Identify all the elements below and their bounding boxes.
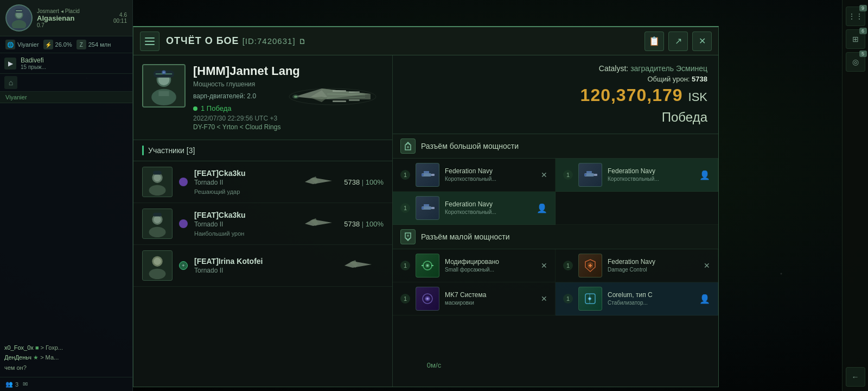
svg-rect-11	[159, 91, 169, 97]
left-sidebar: Josmaert ◂ Placid Algasienan 0.7 4.6 00:…	[0, 0, 133, 391]
module-sub: Короткоствольный...	[445, 209, 531, 216]
participant-ship: Tornado II	[194, 220, 293, 228]
close-button[interactable]: ✕	[692, 31, 712, 51]
back-button[interactable]: ←	[846, 367, 865, 387]
module-sub: Damage Control	[608, 266, 698, 273]
module-person-action[interactable]: 👤	[699, 294, 710, 304]
module-name: Federation Navy	[445, 167, 535, 176]
participant-role: Наибольший урон	[194, 230, 293, 237]
main-dialog: ОТЧЁТ О БОЕ [ID:7420631] 🗋 📋 ↗ ✕	[133, 26, 719, 387]
list-item[interactable]: + [FEAT]Irina Kotofei Tornado II	[133, 245, 392, 287]
low-slot-icon	[400, 229, 416, 244]
chat-text: > Ма...	[40, 354, 59, 361]
module-close-action[interactable]: ✕	[704, 261, 710, 270]
list-item[interactable]: [FEAT]Cka3ku Tornado II Наибольший урон …	[133, 203, 392, 245]
svg-rect-40	[424, 171, 429, 173]
participant-avatar	[142, 250, 173, 281]
svg-point-45	[584, 174, 586, 176]
module-item[interactable]: 1 Corelum, тип C Стабилизатор...	[556, 282, 718, 316]
module-person-action[interactable]: 👤	[537, 203, 547, 213]
chat-message: ДенДеньч ★ > Ма...	[4, 354, 128, 362]
module-close-action[interactable]: ✕	[541, 261, 547, 270]
copy-button[interactable]: 📋	[644, 31, 664, 51]
svg-rect-27	[153, 171, 161, 175]
chat-area: Viyanier x0_Fox_0x ■ > Гохр... ДенДеньч …	[0, 92, 132, 377]
module-person-action[interactable]: 👤	[699, 170, 710, 180]
character-section: [HMM]Jannet Lang Мощность глушения варп-…	[133, 55, 392, 140]
module-icon	[416, 163, 439, 187]
module-sub: Короткоствольный...	[445, 175, 535, 182]
stat-percent: ⚡ 26.0%	[43, 40, 72, 49]
route-section: ▶ Badivefi 15 прыж...	[0, 53, 132, 74]
module-item[interactable]: 1 Модифицировано S	[393, 249, 556, 282]
eye-icon: ◎	[852, 58, 859, 66]
module-item[interactable]: 1 Federation Navy Короткоствольный.	[556, 159, 718, 192]
list-item[interactable]: [FEAT]Cka3ku Tornado II Решающий удар 57…	[133, 161, 392, 203]
outcome-text: Победа	[662, 110, 707, 125]
route-icon: ▶	[4, 58, 16, 70]
module-info: Federation Navy Damage Control	[608, 258, 698, 274]
module-qty: 1	[563, 170, 573, 180]
participant-info: [FEAT]Cka3ku Tornado II Наибольший урон	[194, 211, 293, 237]
module-name: Federation Navy	[608, 167, 694, 176]
module-qty: 1	[400, 203, 410, 213]
module-sub: Стабилизатор...	[608, 299, 694, 306]
chat-text: > Гохр...	[41, 344, 63, 351]
module-item[interactable]: 1 Federation Navy Damage Control	[556, 249, 718, 282]
high-slot-header: Разъём большой мощности	[393, 134, 718, 159]
module-item[interactable]: 1 Federation Navy Короткоствольный.	[393, 159, 556, 192]
low-slot-header: Разъём малой мощности	[393, 225, 718, 249]
high-slot-label: Разъём большой мощности	[421, 142, 519, 150]
player-location: 0.7	[37, 22, 109, 28]
overview-badge: 9	[859, 5, 867, 11]
module-qty: 1	[563, 294, 573, 304]
participant-info: [FEAT]Cka3ku Tornado II Решающий удар	[194, 169, 293, 195]
hamburger-line	[145, 41, 155, 42]
home-icon[interactable]: ⌂	[4, 76, 17, 89]
svg-rect-47	[431, 207, 435, 209]
module-item[interactable]: 1 Federation Navy Короткоствольный.	[393, 192, 556, 225]
module-icon	[578, 254, 602, 278]
section-accent	[142, 146, 144, 155]
svg-rect-44	[586, 171, 592, 173]
copy-id-icon[interactable]: 🗋	[299, 37, 307, 46]
stat-isk: Z 254 млн	[76, 40, 111, 49]
svg-rect-43	[594, 174, 597, 176]
svg-rect-48	[424, 204, 429, 206]
participant-stats: 5738 | 100%	[344, 178, 384, 186]
menu-button[interactable]	[140, 31, 159, 51]
grid-badge: 6	[859, 28, 867, 34]
eye-button[interactable]: ◎ 5	[846, 52, 865, 72]
overview-button[interactable]: ⋮⋮ 9	[846, 7, 865, 26]
svg-point-30	[154, 216, 161, 224]
export-icon: ↗	[675, 36, 682, 46]
chat-header: Viyanier	[0, 92, 132, 103]
module-qty: 1	[400, 261, 410, 270]
module-item[interactable]: 1 MK7 Система маскировки	[393, 282, 556, 316]
rank-badge	[179, 178, 188, 186]
module-name: MK7 Система	[445, 291, 535, 300]
module-icon	[416, 287, 439, 311]
rank-badge	[179, 219, 188, 228]
module-sub: маскировки	[445, 299, 535, 306]
module-info: Corelum, тип C Стабилизатор...	[608, 291, 694, 307]
export-button[interactable]: ↗	[668, 31, 688, 51]
module-close-action[interactable]: ✕	[541, 171, 547, 179]
svg-point-25	[154, 174, 161, 182]
grid-button[interactable]: ⊞ 6	[846, 29, 865, 49]
svg-point-1	[12, 20, 27, 28]
participant-avatar	[142, 167, 173, 197]
isk-unit: ISK	[688, 90, 707, 104]
module-close-action[interactable]: ✕	[541, 294, 547, 303]
high-slot-third-row: 1 Federation Navy Короткоствольный.	[393, 192, 718, 225]
isk-value-row: 120,370,179 ISK	[580, 85, 707, 105]
mail-icon-btn[interactable]: ✉	[23, 381, 28, 388]
participants-title: Участники [3]	[148, 146, 195, 155]
dialog-titlebar: ОТЧЁТ О БОЕ [ID:7420631] 🗋 📋 ↗ ✕	[133, 27, 718, 55]
player-level: 4.6 00:11	[113, 12, 127, 24]
module-icon	[578, 163, 602, 187]
svg-point-50	[407, 235, 409, 237]
module-name: Corelum, тип C	[608, 291, 694, 300]
chat-message: x0_Fox_0x ■ > Гохр...	[4, 344, 128, 352]
back-icon: ←	[852, 373, 859, 381]
